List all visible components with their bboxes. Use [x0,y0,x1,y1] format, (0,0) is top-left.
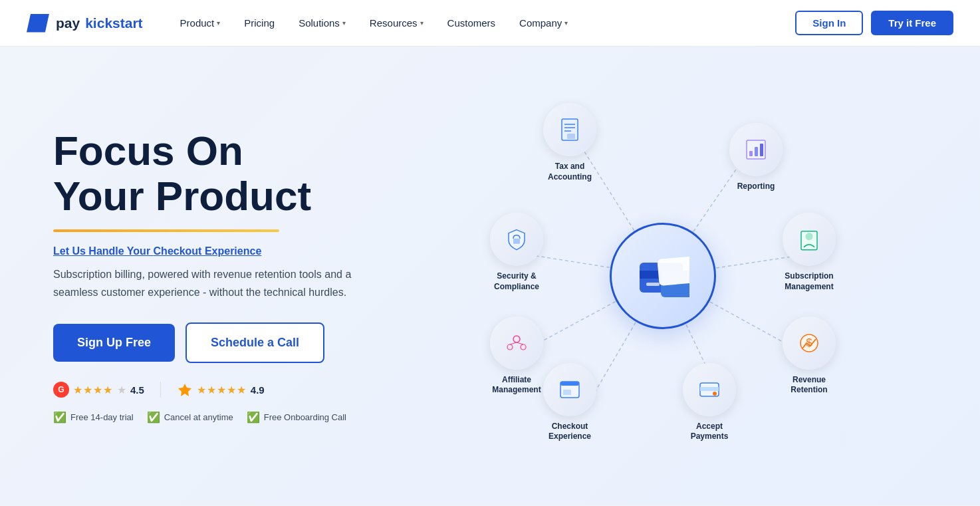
nav-pricing[interactable]: Pricing [233,12,285,34]
reporting-icon [729,123,783,176]
node-reporting: Reporting [729,123,783,192]
credit-card-svg [636,253,689,299]
feature-diagram: .conn { stroke: #b0c4de; stroke-width: 1… [477,90,849,462]
node-security: Security &Compliance [490,213,543,292]
node-affiliate: AffiliateManagement [490,316,543,396]
svg-line-37 [517,342,523,344]
affiliate-icon [490,316,543,370]
nav-solutions[interactable]: Solutions ▾ [288,12,356,34]
g2-logo: G [53,382,69,398]
tax-icon [543,103,596,156]
signin-button[interactable]: Sign In [795,11,863,35]
node-revenue: $ RevenueRetention [783,316,836,396]
svg-marker-0 [178,384,191,396]
diagram-container: .conn { stroke: #b0c4de; stroke-width: 1… [399,83,927,469]
hero-description: Subscription billing, powered with reven… [53,265,399,301]
nav-customers[interactable]: Customers [437,12,507,34]
nav-resources[interactable]: Resources ▾ [359,12,434,34]
capterra-logo [177,382,193,398]
subscription-label: SubscriptionManagement [785,271,833,292]
trust-badges: ✅ Free 14-day trial ✅ Cancel at anytime … [53,411,399,424]
svg-point-24 [806,233,812,240]
checkout-label: CheckoutExperience [549,422,591,442]
ratings-row: G ★★★★★ 4.5 ★★★★★ 4.9 [53,382,399,398]
trust-onboarding: ✅ Free Onboarding Call [247,411,346,424]
node-checkout: CheckoutExperience [543,363,596,442]
accept-label: AcceptPayments [691,422,729,442]
nav-links: Product ▾ Pricing Solutions ▾ Resources … [170,12,796,34]
svg-point-34 [507,344,513,350]
chevron-down-icon: ▾ [342,19,346,27]
accept-icon [683,363,736,416]
chevron-down-icon: ▾ [217,19,220,27]
check-icon: ✅ [53,411,66,424]
checkout-icon [543,363,596,416]
hero-subtitle: Let Us Handle Your Checkout Experience [53,245,399,257]
svg-line-36 [510,342,517,344]
capterra-score: 4.9 [251,384,265,396]
hero-buttons: Sign Up Free Schedule a Call [53,322,399,363]
logo[interactable]: paykickstart paykickstart [27,14,143,33]
hero-section: Focus On Your Product Let Us Handle Your… [0,47,980,505]
chevron-down-icon: ▾ [420,19,424,27]
svg-rect-20 [749,151,753,156]
nav-company[interactable]: Company ▾ [509,12,578,34]
svg-rect-21 [755,147,758,156]
tax-label: Tax andAccounting [548,162,592,182]
try-free-button[interactable]: Try it Free [871,11,953,35]
navbar: paykickstart paykickstart Product ▾ Pric… [0,0,980,47]
subscription-icon [783,213,836,266]
revenue-label: RevenueRetention [791,375,827,396]
node-subscription: SubscriptionManagement [783,213,836,292]
svg-rect-32 [563,390,571,395]
capterra-rating: ★★★★★ 4.9 [177,382,265,398]
schedule-button[interactable]: Schedule a Call [185,322,324,363]
svg-point-35 [521,344,526,350]
svg-rect-13 [657,256,689,286]
g2-stars: ★★★★ [73,384,113,396]
g2-rating: G ★★★★★ 4.5 [53,382,144,398]
check-icon: ✅ [247,411,260,424]
capterra-stars: ★★★★★ [197,384,247,396]
node-tax: Tax andAccounting [543,103,596,182]
g2-half-star: ★ [117,384,126,396]
security-icon [490,213,543,266]
nav-actions: Sign In Try it Free [795,11,953,35]
reporting-label: Reporting [737,182,775,192]
nav-product[interactable]: Product ▾ [170,12,231,34]
svg-rect-22 [760,144,763,156]
center-card-icon [610,223,716,329]
check-icon: ✅ [147,411,160,424]
node-accept: AcceptPayments [683,363,736,442]
trust-cancel: ✅ Cancel at anytime [147,411,233,424]
svg-rect-11 [646,283,660,286]
trust-trial: ✅ Free 14-day trial [53,411,134,424]
svg-point-29 [713,392,717,396]
hero-content: Focus On Your Product Let Us Handle Your… [53,128,399,424]
revenue-icon: $ [783,316,836,370]
hero-title: Focus On Your Product [53,128,399,219]
g2-score: 4.5 [130,384,144,396]
title-underline [53,229,279,232]
svg-rect-18 [567,134,575,139]
divider [160,382,161,398]
svg-rect-31 [560,382,579,386]
signup-button[interactable]: Sign Up Free [53,324,175,362]
svg-rect-38 [513,239,520,244]
svg-rect-28 [700,387,719,391]
svg-point-33 [513,336,520,342]
chevron-down-icon: ▾ [564,19,568,27]
security-label: Security &Compliance [494,271,539,292]
affiliate-label: AffiliateManagement [492,375,541,396]
